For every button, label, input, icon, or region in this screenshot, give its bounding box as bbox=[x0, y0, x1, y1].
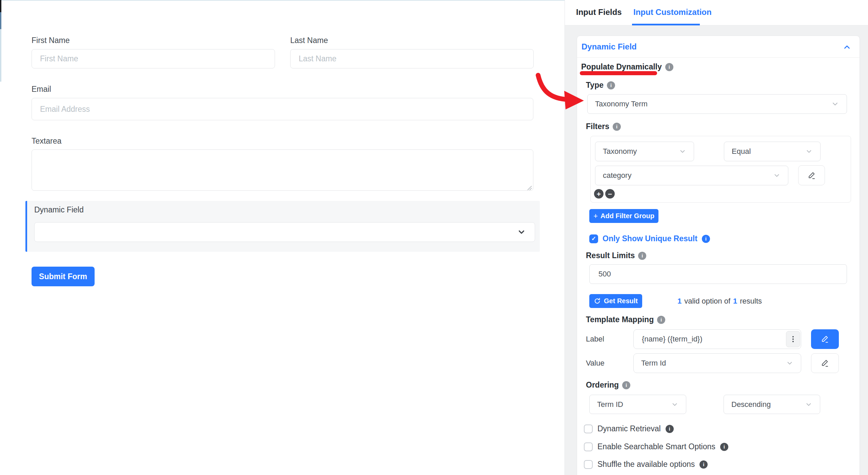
populate-dynamically-row: Populate Dynamically bbox=[581, 62, 673, 71]
summary-text: results bbox=[740, 297, 762, 306]
email-input[interactable] bbox=[32, 98, 533, 120]
left-edge-sliver bbox=[0, 0, 1, 12]
mapping-label-input[interactable]: {name} ({term_id}) bbox=[633, 329, 801, 349]
add-filter-group-button[interactable]: Add Filter Group bbox=[589, 209, 658, 223]
result-limits-input[interactable] bbox=[589, 264, 847, 284]
ordering-direction-select[interactable]: Descending bbox=[724, 395, 820, 414]
left-edge-sliver bbox=[0, 29, 1, 82]
annotation-arrow bbox=[526, 65, 592, 114]
last-name-input[interactable] bbox=[290, 49, 534, 68]
info-icon[interactable] bbox=[657, 316, 665, 324]
edit-value-template-button[interactable] bbox=[811, 353, 839, 373]
result-summary: 1 valid option of 1 results bbox=[677, 297, 762, 306]
filter-term-select[interactable]: category bbox=[595, 166, 788, 185]
info-icon[interactable] bbox=[638, 252, 646, 260]
tab-input-customization[interactable]: Input Customization bbox=[633, 7, 712, 17]
filter-term-value: category bbox=[603, 171, 631, 180]
chevron-down-icon bbox=[786, 359, 793, 367]
kebab-icon bbox=[790, 335, 796, 343]
chevron-down-icon bbox=[517, 228, 526, 236]
shuffle-options-checkbox[interactable] bbox=[584, 460, 593, 469]
plus-icon bbox=[593, 212, 598, 221]
edit-label-template-button[interactable] bbox=[811, 329, 839, 349]
edit-filter-button[interactable] bbox=[798, 165, 825, 185]
type-select[interactable]: Taxonomy Term bbox=[587, 94, 847, 114]
tab-input-fields[interactable]: Input Fields bbox=[576, 7, 622, 17]
first-name-label: First Name bbox=[32, 36, 70, 45]
type-select-value: Taxonomy Term bbox=[595, 100, 648, 108]
result-limits-label: Result Limits bbox=[586, 251, 635, 260]
last-name-label: Last Name bbox=[290, 36, 328, 45]
info-icon[interactable] bbox=[699, 460, 708, 469]
unique-result-label: Only Show Unique Result bbox=[603, 234, 697, 243]
textarea-input[interactable] bbox=[32, 149, 533, 191]
add-filter-button[interactable] bbox=[594, 189, 604, 199]
dynamic-field-block: Dynamic Field bbox=[25, 201, 540, 252]
dynamic-retrieval-checkbox[interactable] bbox=[584, 425, 593, 433]
ordering-by-value: Term ID bbox=[597, 400, 623, 409]
template-mapping-row: Template Mapping bbox=[586, 315, 665, 324]
add-filter-group-label: Add Filter Group bbox=[600, 212, 654, 220]
result-limits-row: Result Limits bbox=[586, 251, 646, 260]
get-result-button[interactable]: Get Result bbox=[589, 294, 642, 308]
chevron-up-icon[interactable] bbox=[843, 43, 851, 51]
dynamic-field-select[interactable] bbox=[34, 222, 535, 242]
mapping-value-select[interactable]: Term Id bbox=[633, 353, 801, 373]
info-icon[interactable] bbox=[613, 123, 621, 131]
info-icon[interactable] bbox=[607, 81, 615, 89]
chevron-down-icon bbox=[831, 100, 839, 108]
info-icon[interactable] bbox=[622, 381, 630, 389]
refresh-icon bbox=[594, 297, 601, 305]
chevron-down-icon bbox=[805, 401, 812, 408]
ordering-row: Ordering bbox=[586, 380, 630, 390]
get-result-label: Get Result bbox=[604, 297, 638, 305]
unique-result-checkbox[interactable] bbox=[589, 234, 598, 243]
textarea-label: Textarea bbox=[32, 137, 61, 146]
card-title: Dynamic Field bbox=[581, 42, 637, 51]
chevron-down-icon bbox=[773, 172, 781, 179]
template-mapping-label: Template Mapping bbox=[586, 315, 654, 324]
submit-form-button[interactable]: Submit Form bbox=[32, 267, 95, 286]
ordering-by-select[interactable]: Term ID bbox=[589, 395, 686, 414]
shuffle-options-label: Shuffle the available options bbox=[597, 460, 695, 469]
filter-operator-value: Equal bbox=[732, 147, 751, 156]
mapping-label-value: {name} ({term_id}) bbox=[642, 335, 703, 344]
first-name-input[interactable] bbox=[32, 49, 275, 68]
filter-operator-select[interactable]: Equal bbox=[724, 142, 821, 161]
dynamic-retrieval-option: Dynamic Retrieval bbox=[584, 424, 674, 433]
textarea-resize-handle[interactable] bbox=[526, 185, 532, 191]
total-count: 1 bbox=[733, 297, 737, 306]
filters-label: Filters bbox=[586, 122, 609, 131]
pencil-icon bbox=[807, 171, 816, 180]
panel-body: Dynamic Field Populate Dynamically Type … bbox=[565, 25, 868, 475]
pencil-icon bbox=[821, 359, 829, 368]
mapping-label-menu-button[interactable] bbox=[786, 331, 800, 347]
dynamic-field-label: Dynamic Field bbox=[34, 205, 84, 214]
pencil-icon bbox=[821, 335, 829, 344]
info-icon[interactable] bbox=[666, 425, 674, 433]
searchable-options-label: Enable Searchable Smart Options bbox=[597, 442, 715, 451]
info-icon[interactable] bbox=[665, 63, 673, 71]
filter-field-select[interactable]: Taxonomy bbox=[595, 142, 694, 161]
settings-panel: Input Fields Input Customization Dynamic… bbox=[565, 0, 868, 475]
filter-group: Taxonomy Equal category bbox=[590, 136, 851, 203]
card-header: Dynamic Field bbox=[577, 36, 860, 58]
left-edge-sliver bbox=[0, 12, 1, 29]
chevron-down-icon bbox=[671, 401, 678, 408]
searchable-options-option: Enable Searchable Smart Options bbox=[584, 442, 728, 451]
info-icon[interactable] bbox=[720, 443, 728, 451]
panel-tabbar: Input Fields Input Customization bbox=[565, 0, 868, 25]
mapping-value-value: Term Id bbox=[641, 359, 666, 368]
mapping-value-name: Value bbox=[586, 359, 605, 368]
searchable-options-checkbox[interactable] bbox=[584, 442, 593, 451]
valid-count: 1 bbox=[677, 297, 682, 306]
remove-filter-button[interactable] bbox=[605, 189, 615, 199]
email-label: Email bbox=[32, 85, 51, 94]
info-icon[interactable] bbox=[702, 235, 710, 243]
filters-label-row: Filters bbox=[586, 122, 621, 131]
unique-result-row: Only Show Unique Result bbox=[589, 234, 710, 243]
filter-field-value: Taxonomy bbox=[603, 147, 637, 156]
shuffle-options-option: Shuffle the available options bbox=[584, 460, 708, 469]
chevron-down-icon bbox=[679, 148, 686, 155]
chevron-down-icon bbox=[805, 148, 813, 155]
